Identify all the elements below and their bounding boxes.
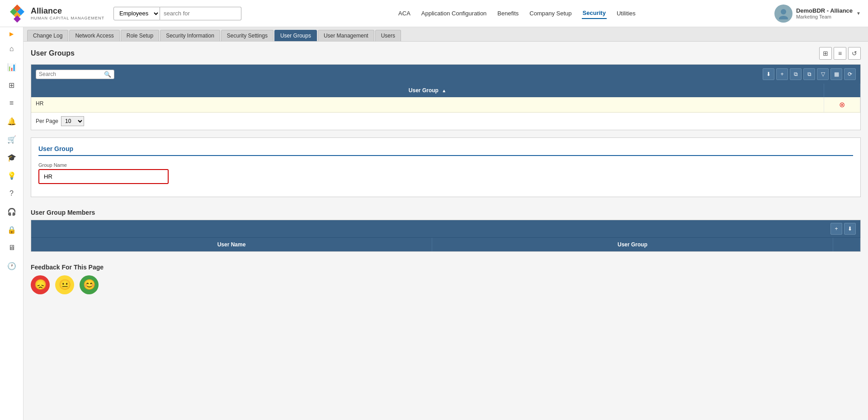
refresh-button[interactable]: ⟳ xyxy=(844,68,856,80)
grid-view-button[interactable]: ⊞ xyxy=(819,47,832,60)
table-header: User Group ▲ xyxy=(31,84,860,97)
members-toolbar: + ⬇ xyxy=(31,220,860,237)
education-icon: 🎓 xyxy=(7,153,16,162)
employees-dropdown[interactable]: Employees xyxy=(113,7,160,20)
cell-user-group: HR xyxy=(31,97,824,112)
history-button[interactable]: ↺ xyxy=(848,47,861,60)
add-button[interactable]: + xyxy=(776,68,788,80)
page-title: User Groups xyxy=(31,49,75,57)
tab-security-information[interactable]: Security Information xyxy=(160,30,220,41)
home-icon: ⌂ xyxy=(9,45,14,53)
list-icon: ≡ xyxy=(9,99,14,107)
feedback-title: Feedback For This Page xyxy=(31,264,861,271)
user-area[interactable]: DemoBDR - Alliance Marketing Team ▼ xyxy=(774,5,861,23)
export-button[interactable]: ⬇ xyxy=(763,68,774,80)
sidebar-item-analytics[interactable]: 📊 xyxy=(3,59,21,75)
feedback-section: Feedback For This Page 😞 😐 😊 xyxy=(31,259,861,299)
group-name-group: Group Name xyxy=(38,162,853,184)
list-view-button[interactable]: ≡ xyxy=(834,47,846,60)
nav-company-setup[interactable]: Company Setup xyxy=(528,8,572,19)
logo-title: Alliance xyxy=(31,6,104,16)
tab-security-settings[interactable]: Security Settings xyxy=(221,30,274,41)
sidebar: ▶ ⌂ 📊 ⊞ ≡ 🔔 🛒 🎓 💡 ? 🎧 � xyxy=(0,27,24,420)
user-groups-table-section: 🔍 ⬇ + ⧉ ⧉ ▽ ▦ ⟳ User Group xyxy=(31,64,861,130)
col-user-group-member: User Group xyxy=(432,238,833,251)
tab-user-management[interactable]: User Management xyxy=(318,30,374,41)
user-group-form-section: User Group Group Name xyxy=(31,137,861,197)
analytics-icon: 📊 xyxy=(7,63,16,71)
cart-icon: 🛒 xyxy=(7,135,16,144)
sidebar-item-help[interactable]: ? xyxy=(3,185,21,202)
toolbar-icon-buttons: ⬇ + ⧉ ⧉ ▽ ▦ ⟳ xyxy=(763,68,856,80)
nav-app-config[interactable]: Application Configuration xyxy=(420,8,488,19)
page-body: User Groups ⊞ ≡ ↺ 🔍 ⬇ + ⧉ xyxy=(24,42,868,418)
sort-asc-icon: ▲ xyxy=(442,88,446,93)
logo-subtitle: HUMAN CAPITAL MANAGEMENT xyxy=(31,16,104,20)
tab-role-setup[interactable]: Role Setup xyxy=(121,30,159,41)
members-header: User Name User Group xyxy=(31,237,860,251)
tab-change-log[interactable]: Change Log xyxy=(27,30,68,41)
col-actions xyxy=(824,84,860,97)
svg-point-6 xyxy=(779,16,788,19)
search-area: Employees xyxy=(113,7,241,20)
feedback-neutral[interactable]: 😐 xyxy=(55,275,74,294)
duplicate-button[interactable]: ⧉ xyxy=(803,68,815,80)
alliance-logo xyxy=(7,4,27,24)
sidebar-item-cart[interactable]: 🛒 xyxy=(3,131,21,147)
svg-point-5 xyxy=(781,9,786,14)
search-icon: 🔍 xyxy=(104,71,111,78)
col-member-actions xyxy=(833,238,860,251)
tab-network-access[interactable]: Network Access xyxy=(69,30,119,41)
feedback-happy[interactable]: 😊 xyxy=(80,275,99,294)
nav-utilities[interactable]: Utilities xyxy=(616,8,637,19)
help-icon: ? xyxy=(9,189,14,198)
table-search-input[interactable] xyxy=(39,71,102,77)
sidebar-item-security[interactable]: 🔒 xyxy=(3,222,21,238)
sidebar-item-notifications[interactable]: 🔔 xyxy=(3,113,21,129)
sidebar-expand-chevron[interactable]: ▶ xyxy=(9,31,14,37)
filter-button[interactable]: ▽ xyxy=(817,68,829,80)
logo-text: Alliance HUMAN CAPITAL MANAGEMENT xyxy=(31,6,104,20)
grid-icon: ⊞ xyxy=(9,81,14,90)
sidebar-item-list[interactable]: ≡ xyxy=(3,95,21,111)
sidebar-item-support[interactable]: 🎧 xyxy=(3,203,21,220)
per-page-select[interactable]: 10 25 50 100 xyxy=(61,116,84,126)
nav-aca[interactable]: ACA xyxy=(397,8,411,19)
user-org: Marketing Team xyxy=(796,14,853,19)
tab-user-groups[interactable]: User Groups xyxy=(274,30,317,41)
per-page-label: Per Page xyxy=(36,118,58,124)
monitor-icon: 🖥 xyxy=(8,244,15,252)
nav-benefits[interactable]: Benefits xyxy=(496,8,519,19)
logo-area: Alliance HUMAN CAPITAL MANAGEMENT xyxy=(7,4,104,24)
user-group-col-label: User Group xyxy=(409,87,440,94)
cell-delete[interactable]: ⊗ xyxy=(824,97,860,112)
top-search-input[interactable] xyxy=(160,7,241,20)
members-add-button[interactable]: + xyxy=(830,223,842,235)
sidebar-item-history[interactable]: 🕐 xyxy=(3,258,21,274)
sidebar-item-ideas[interactable]: 💡 xyxy=(3,167,21,184)
sidebar-item-education[interactable]: 🎓 xyxy=(3,149,21,165)
table-search-box: 🔍 xyxy=(36,70,114,79)
nav-security[interactable]: Security xyxy=(582,8,607,19)
columns-button[interactable]: ▦ xyxy=(830,68,842,80)
feedback-faces: 😞 😐 😊 xyxy=(31,275,861,294)
sidebar-item-home[interactable]: ⌂ xyxy=(3,41,21,57)
delete-icon[interactable]: ⊗ xyxy=(839,101,845,109)
group-name-input[interactable] xyxy=(40,171,167,182)
sub-tabs: Change Log Network Access Role Setup Sec… xyxy=(24,27,868,42)
user-dropdown-arrow: ▼ xyxy=(856,11,861,16)
table-toolbar: 🔍 ⬇ + ⧉ ⧉ ▽ ▦ ⟳ xyxy=(31,65,860,84)
copy-button[interactable]: ⧉ xyxy=(790,68,802,80)
clock-icon: 🕐 xyxy=(7,262,16,270)
feedback-sad[interactable]: 😞 xyxy=(31,275,50,294)
members-export-button[interactable]: ⬇ xyxy=(844,223,856,235)
sidebar-item-grid[interactable]: ⊞ xyxy=(3,77,21,93)
table-row[interactable]: HR ⊗ xyxy=(31,97,860,113)
avatar-icon xyxy=(778,8,789,19)
user-info: DemoBDR - Alliance Marketing Team xyxy=(796,7,853,19)
sidebar-item-monitor[interactable]: 🖥 xyxy=(3,240,21,256)
tab-users[interactable]: Users xyxy=(375,30,401,41)
user-name: DemoBDR - Alliance xyxy=(796,7,853,14)
headset-icon: 🎧 xyxy=(7,208,16,216)
col-user-group[interactable]: User Group ▲ xyxy=(31,84,824,97)
